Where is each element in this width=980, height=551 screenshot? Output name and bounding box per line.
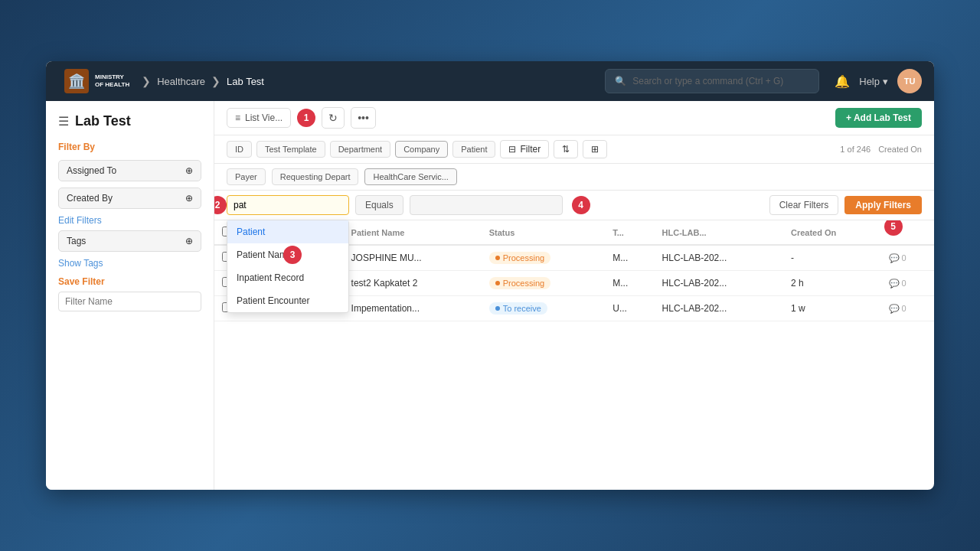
test-template-filter-chip[interactable]: Test Template bbox=[256, 141, 325, 158]
secondary-filter-row: Payer Requesting Depart HealthCare Servi… bbox=[214, 164, 934, 191]
filter-sort-button[interactable]: ⇅ bbox=[554, 140, 578, 158]
cell-name: Impementation... bbox=[344, 296, 482, 321]
nav-chevron-2: ❯ bbox=[211, 75, 220, 87]
logo-icon: 🏛️ bbox=[64, 69, 89, 93]
page-header: ☰ Lab Test bbox=[58, 113, 201, 129]
menu-icon[interactable]: ☰ bbox=[58, 114, 69, 129]
edit-filters-link[interactable]: Edit Filters bbox=[58, 215, 201, 226]
apply-filters-button[interactable]: Apply Filters bbox=[844, 196, 922, 214]
cell-hlc: HLC-LAB-202... bbox=[655, 296, 783, 321]
columns-icon: ⊞ bbox=[591, 144, 599, 155]
col-hlc: HLC-LAB... bbox=[655, 220, 783, 245]
search-icon: 🔍 bbox=[615, 76, 626, 86]
chevron-down-icon: ⊕ bbox=[185, 236, 193, 246]
filter-name-input[interactable] bbox=[58, 292, 201, 311]
avatar[interactable]: TU bbox=[897, 69, 922, 93]
cell-time: 2 h bbox=[783, 271, 881, 296]
cell-name: test2 Kapkatet 2 bbox=[344, 271, 482, 296]
patient-filter-chip[interactable]: Patient bbox=[452, 141, 495, 158]
add-lab-test-button[interactable]: + Add Lab Test bbox=[835, 108, 922, 128]
step-badge-3: 3 bbox=[283, 246, 302, 264]
col-patient-name: Patient Name bbox=[344, 220, 482, 245]
step-badge-2: 2 bbox=[214, 196, 227, 214]
right-panel: ≡ List Vie... 1 ↻ ••• + Add Lab Test ID … bbox=[214, 101, 934, 490]
status-badge: Processing bbox=[489, 277, 550, 289]
suggestion-dropdown: Patient Patient Name Inpatient Record Pa… bbox=[227, 220, 349, 313]
comment-col: 💬 0 bbox=[889, 304, 927, 314]
equals-label: Equals bbox=[355, 195, 403, 215]
nav-search-box[interactable]: 🔍 bbox=[605, 69, 819, 93]
step-badge-1: 1 bbox=[297, 109, 315, 127]
top-nav: 🏛️ MINISTRY OF HEALTH ❯ Healthcare ❯ Lab… bbox=[46, 61, 934, 101]
comment-col: 💬 0 bbox=[889, 253, 927, 263]
filter-value-input[interactable] bbox=[410, 195, 563, 215]
cell-t: M... bbox=[605, 245, 654, 271]
chevron-down-icon: ⊕ bbox=[185, 165, 193, 176]
cell-time: - bbox=[783, 245, 881, 271]
filter-search-input[interactable] bbox=[227, 195, 349, 215]
sort-icon: ⇅ bbox=[562, 144, 570, 155]
cell-t: U... bbox=[605, 296, 654, 321]
nav-search-input[interactable] bbox=[632, 76, 809, 86]
col-status: Status bbox=[482, 220, 606, 245]
assigned-to-dropdown[interactable]: Assigned To ⊕ bbox=[58, 160, 201, 181]
app-window: 🏛️ MINISTRY OF HEALTH ❯ Healthcare ❯ Lab… bbox=[46, 61, 934, 490]
chevron-down-icon: ⊕ bbox=[185, 193, 193, 204]
save-filter-label: Save Filter bbox=[58, 276, 201, 287]
company-filter-chip[interactable]: Company bbox=[395, 141, 448, 158]
list-view-icon: ≡ bbox=[235, 112, 240, 123]
nav-chevron-1: ❯ bbox=[142, 75, 151, 87]
sidebar: ☰ Lab Test Filter By Assigned To ⊕ Creat… bbox=[46, 101, 214, 490]
step-badge-created: 5 bbox=[884, 220, 903, 236]
cell-hlc: HLC-LAB-202... bbox=[655, 271, 783, 296]
department-filter-chip[interactable]: Department bbox=[330, 141, 390, 158]
suggestion-inpatient-record[interactable]: Inpatient Record bbox=[227, 266, 348, 289]
nav-right-actions: 🔔 Help ▾ TU bbox=[835, 69, 922, 93]
suggestion-patient-encounter[interactable]: Patient Encounter bbox=[227, 289, 348, 312]
right-toolbar: ≡ List Vie... 1 ↻ ••• + Add Lab Test bbox=[214, 101, 934, 135]
refresh-button[interactable]: ↻ bbox=[322, 107, 345, 129]
chevron-down-icon: ▾ bbox=[883, 76, 888, 87]
cell-hlc: HLC-LAB-202... bbox=[655, 245, 783, 271]
list-view-button[interactable]: ≡ List Vie... bbox=[227, 108, 291, 128]
created-by-dropdown[interactable]: Created By ⊕ bbox=[58, 187, 201, 209]
status-badge: To receive bbox=[489, 302, 547, 315]
filter-columns-button[interactable]: ⊞ bbox=[583, 140, 607, 158]
main-content: ☰ Lab Test Filter By Assigned To ⊕ Creat… bbox=[46, 101, 934, 490]
nav-breadcrumb-healthcare[interactable]: Healthcare bbox=[157, 76, 205, 87]
tags-dropdown[interactable]: Tags ⊕ bbox=[58, 230, 201, 252]
suggestion-patient[interactable]: Patient bbox=[227, 220, 348, 243]
page-title: Lab Test bbox=[75, 113, 131, 129]
id-filter-chip[interactable]: ID bbox=[227, 141, 252, 158]
logo-text: MINISTRY OF HEALTH bbox=[95, 73, 129, 88]
filter-button[interactable]: ⊟ Filter bbox=[500, 140, 549, 158]
bell-icon[interactable]: 🔔 bbox=[835, 74, 850, 89]
healthcare-filter-chip[interactable]: HealthCare Servic... bbox=[364, 168, 456, 185]
comment-col: 💬 0 bbox=[889, 279, 927, 289]
step-badge-4: 4 bbox=[572, 196, 590, 214]
filter-chips-row: ID Test Template Department Company Pati… bbox=[214, 135, 934, 164]
nav-breadcrumb-labtest[interactable]: Lab Test bbox=[227, 76, 264, 87]
created-on-label: Created On bbox=[878, 145, 922, 154]
nav-logo[interactable]: 🏛️ MINISTRY OF HEALTH bbox=[58, 66, 136, 96]
more-options-button[interactable]: ••• bbox=[351, 107, 376, 129]
payer-filter-chip[interactable]: Payer bbox=[227, 168, 266, 185]
help-button[interactable]: Help ▾ bbox=[859, 76, 888, 87]
cell-time: 1 w bbox=[783, 296, 881, 321]
cell-t: M... bbox=[605, 271, 654, 296]
status-badge: Processing bbox=[489, 252, 550, 264]
filter-search-row: 2 Equals 4 Clear Filters Apply Filters P… bbox=[214, 191, 934, 220]
filter-by-label: Filter By bbox=[58, 142, 201, 152]
col-t: T... bbox=[605, 220, 654, 245]
cell-name: JOSPHINE MU... bbox=[344, 245, 482, 271]
filter-icon: ⊟ bbox=[508, 144, 516, 155]
record-count: 1 of 246 bbox=[840, 145, 871, 154]
requesting-dept-filter-chip[interactable]: Requesting Depart bbox=[272, 168, 359, 185]
col-created: Created On 5 bbox=[783, 220, 881, 245]
show-tags-link[interactable]: Show Tags bbox=[58, 258, 201, 269]
clear-filters-button[interactable]: Clear Filters bbox=[769, 195, 839, 215]
